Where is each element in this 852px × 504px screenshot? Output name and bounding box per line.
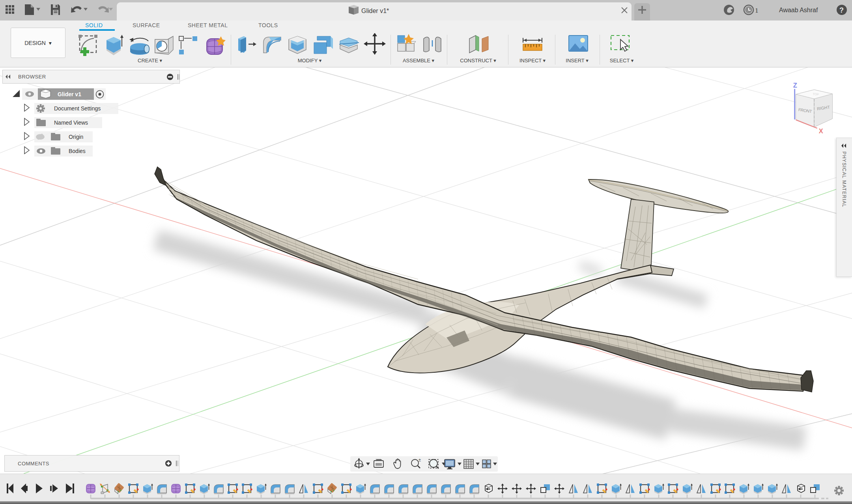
svg-text:Z: Z [793, 82, 797, 89]
svg-text:1: 1 [755, 7, 759, 14]
svg-text:Glider v1: Glider v1 [58, 91, 81, 97]
svg-text:Awaab Ashraf: Awaab Ashraf [779, 7, 818, 13]
svg-text:Glider v1*: Glider v1* [361, 7, 389, 14]
svg-text:Document Settings: Document Settings [54, 105, 101, 112]
svg-text:Bodies: Bodies [69, 148, 86, 154]
svg-text:?: ? [839, 6, 844, 14]
svg-text:X: X [819, 127, 823, 134]
svg-text:Named Views: Named Views [54, 119, 88, 126]
svg-text:±: ± [419, 457, 421, 462]
svg-text:TOP: TOP [813, 92, 819, 96]
svg-text:Origin: Origin [69, 134, 83, 140]
